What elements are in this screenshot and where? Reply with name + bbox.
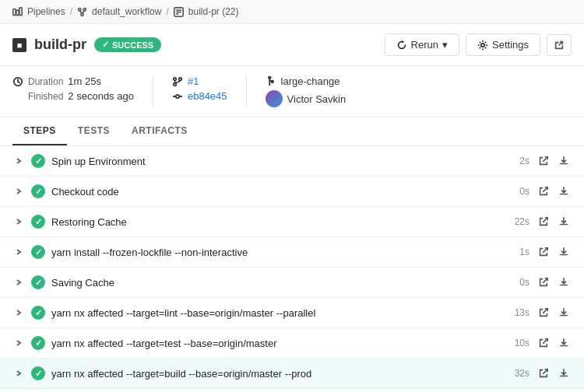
breadcrumb-workflow[interactable]: default_workflow — [92, 6, 161, 17]
chevron-down-icon: ▾ — [442, 39, 448, 51]
download-icon[interactable] — [556, 366, 572, 380]
pr-row: #1 — [172, 75, 227, 87]
export-button[interactable] — [547, 34, 572, 56]
title-area: ■ build-pr ✓ SUCCESS — [12, 37, 161, 53]
svg-rect-0 — [13, 9, 16, 15]
rerun-icon — [396, 40, 407, 51]
svg-point-3 — [79, 8, 81, 10]
download-icon[interactable] — [556, 154, 572, 168]
breadcrumb-pipelines[interactable]: Pipelines — [27, 6, 65, 17]
clock-icon — [12, 76, 23, 87]
branch-section: large-change Victor Savkin — [246, 75, 365, 107]
svg-line-7 — [83, 10, 85, 12]
open-external-icon[interactable] — [536, 306, 551, 320]
step-name: Restoring Cache — [51, 216, 501, 228]
download-icon[interactable] — [556, 275, 572, 289]
expand-icon[interactable] — [12, 367, 25, 380]
steps-list: Spin up Environment 2s — [0, 146, 584, 389]
download-icon[interactable] — [556, 245, 572, 259]
avatar — [266, 90, 283, 107]
expand-icon[interactable] — [12, 185, 25, 198]
step-actions — [536, 336, 572, 350]
step-actions — [536, 184, 572, 198]
svg-point-18 — [176, 94, 179, 97]
open-external-icon[interactable] — [536, 154, 551, 168]
svg-point-14 — [174, 77, 177, 80]
table-row: Checkout code 0s — [0, 177, 584, 207]
step-duration: 0s — [508, 277, 529, 288]
export-icon — [554, 40, 565, 51]
step-duration: 32s — [508, 368, 529, 379]
expand-icon[interactable] — [12, 215, 25, 228]
download-icon[interactable] — [556, 184, 572, 198]
open-external-icon[interactable] — [536, 336, 551, 350]
open-external-icon[interactable] — [536, 275, 551, 289]
finished-row: Finished 2 seconds ago — [12, 90, 134, 102]
expand-icon[interactable] — [12, 246, 25, 258]
step-duration: 22s — [508, 216, 529, 227]
check-icon: ✓ — [102, 40, 109, 50]
page-header: ■ build-pr ✓ SUCCESS Rerun ▾ Settings — [0, 24, 584, 66]
open-external-icon[interactable] — [536, 215, 551, 229]
expand-icon[interactable] — [12, 306, 25, 319]
download-icon[interactable] — [556, 336, 572, 350]
svg-point-4 — [83, 8, 86, 10]
svg-rect-1 — [16, 10, 19, 16]
breadcrumb: Pipelines / default_workflow / build-pr … — [0, 0, 584, 24]
step-name: Saving Cache — [51, 277, 501, 289]
step-actions — [536, 215, 572, 229]
author-row: Victor Savkin — [266, 90, 347, 107]
svg-point-12 — [481, 43, 484, 46]
commit-link[interactable]: eb84e45 — [188, 90, 227, 102]
page-title: build-pr — [34, 37, 86, 53]
table-row: Restoring Cache 22s — [0, 207, 584, 237]
open-external-icon[interactable] — [536, 184, 551, 198]
workflow-icon — [77, 7, 87, 17]
open-external-icon[interactable] — [536, 366, 551, 380]
step-name: yarn nx affected --target=test --base=or… — [51, 338, 501, 349]
step-success-icon — [31, 275, 45, 289]
branch-icon — [266, 76, 276, 87]
step-duration: 1s — [508, 247, 529, 257]
step-success-icon — [31, 306, 45, 320]
duration-row: Duration 1m 25s — [12, 75, 134, 87]
tab-steps[interactable]: STEPS — [12, 117, 67, 145]
pr-section: #1 eb84e45 — [153, 75, 246, 107]
step-actions — [536, 366, 572, 380]
tabs: STEPS TESTS ARTIFACTS — [0, 117, 584, 146]
build-title-icon: ■ — [12, 38, 26, 52]
status-badge: ✓ SUCCESS — [94, 37, 161, 52]
rerun-button[interactable]: Rerun ▾ — [385, 33, 459, 56]
finished-value: 2 seconds ago — [68, 90, 134, 102]
breadcrumb-build[interactable]: build-pr (22) — [188, 6, 239, 17]
download-icon[interactable] — [556, 215, 572, 229]
tab-tests[interactable]: TESTS — [67, 117, 121, 145]
download-icon[interactable] — [556, 306, 572, 320]
step-duration: 13s — [508, 307, 529, 318]
step-name: yarn nx affected --target=build --base=o… — [51, 368, 501, 380]
settings-button[interactable]: Settings — [466, 33, 540, 56]
expand-icon[interactable] — [12, 337, 25, 349]
tab-artifacts[interactable]: ARTIFACTS — [121, 117, 199, 145]
open-external-icon[interactable] — [536, 245, 551, 259]
svg-line-24 — [543, 157, 547, 162]
pr-link[interactable]: #1 — [188, 75, 199, 87]
commit-icon — [172, 91, 183, 102]
expand-icon[interactable] — [12, 276, 25, 289]
svg-rect-2 — [19, 7, 22, 15]
author-name: Victor Savkin — [287, 93, 347, 105]
step-duration: 0s — [508, 186, 529, 197]
duration-value: 1m 25s — [68, 75, 101, 87]
step-name: Spin up Environment — [51, 156, 501, 167]
header-actions: Rerun ▾ Settings — [385, 33, 572, 56]
step-success-icon — [31, 366, 45, 380]
table-row: yarn nx affected --target=build --base=o… — [0, 359, 584, 389]
svg-line-31 — [543, 369, 547, 374]
step-success-icon — [31, 184, 45, 198]
duration-section: Duration 1m 25s Finished 2 seconds ago — [12, 75, 153, 107]
svg-line-27 — [543, 248, 547, 253]
build-icon — [174, 7, 184, 17]
step-success-icon — [31, 245, 45, 259]
svg-line-30 — [543, 339, 547, 344]
expand-icon[interactable] — [12, 155, 25, 167]
